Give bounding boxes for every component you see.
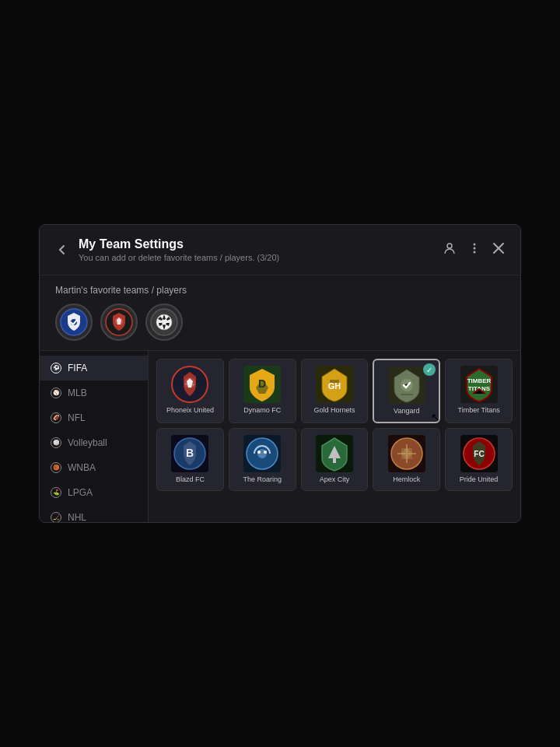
team-logo-pride-united: FC [460,435,498,472]
team-card-vangard[interactable]: ✓ Vangard ↖ [373,359,440,423]
favorites-label: Martin's favorite teams / players [55,285,505,296]
sidebar-item-fifa[interactable]: ⚽ FIFA [40,356,148,381]
back-button[interactable] [55,243,69,257]
sidebar-label-nfl: NFL [68,412,86,423]
wnba-icon: 🏀 [51,462,61,473]
header-title-block: My Team Settings You can add or delete f… [79,237,443,262]
team-settings-modal: My Team Settings You can add or delete f… [39,224,521,523]
selected-checkmark: ✓ [423,363,436,376]
sport-sidebar: ⚽ FIFA ⚾ MLB 🏈 NFL 🏐 Volleyball 🏀 WNBA ⛳ [40,351,149,522]
close-icon[interactable] [492,242,505,258]
fifa-icon: ⚽ [51,363,61,374]
team-card-gold-hornets[interactable]: GH Gold Hornets [301,359,369,423]
svg-point-1 [474,244,476,246]
team-name-timber-titans: Timber Titans [458,406,500,415]
team-card-apex-city[interactable]: Apex City [301,428,369,491]
team-name-phoneix-united: Phoneix United [166,406,214,415]
team-name-pride-united: Pride United [460,475,499,484]
team-name-vangard: Vangard [394,407,419,416]
sidebar-label-lpga: LPGA [68,487,93,498]
page-subtitle: You can add or delete favorite teams / p… [79,253,443,262]
team-logo-the-roaring [243,435,281,472]
team-logo-phoneix-united [171,366,208,403]
sidebar-item-wnba[interactable]: 🏀 WNBA [40,455,148,480]
volleyball-icon: 🏐 [51,437,61,448]
mlb-icon: ⚾ [51,388,61,398]
favorite-team-3[interactable] [145,303,183,341]
teams-grid: Phoneix United D Dynamo FC [156,359,513,491]
svg-point-34 [264,451,267,454]
sidebar-item-mlb[interactable]: ⚾ MLB [40,381,148,405]
svg-text:TIMBER: TIMBER [467,377,491,384]
team-logo-blazd-fc: B [171,435,208,472]
team-card-blazd-fc[interactable]: B Blazd FC [156,428,224,491]
team-card-timber-titans[interactable]: TIMBER TITANS Timber Titans [445,359,513,423]
sidebar-label-wnba: WNBA [68,462,96,473]
more-options-icon[interactable] [467,241,481,258]
svg-text:B: B [186,447,194,459]
team-name-dynamo-fc: Dynamo FC [243,406,281,415]
page-title: My Team Settings [79,237,443,251]
sidebar-item-volleyball[interactable]: 🏐 Volleyball [40,430,148,455]
team-logo-apex-city [316,435,353,472]
svg-point-3 [474,251,476,254]
sidebar-item-nhl[interactable]: 🏒 NHL [40,505,148,522]
team-name-the-roaring: The Roaring [243,475,282,484]
nhl-icon: 🏒 [51,512,61,522]
favorite-team-2[interactable] [100,303,138,341]
sidebar-label-nhl: NHL [68,512,86,522]
team-name-blazd-fc: Blazd FC [176,475,205,484]
modal-header: My Team Settings You can add or delete f… [40,225,520,275]
sidebar-item-nfl[interactable]: 🏈 NFL [40,405,148,430]
svg-point-2 [474,247,476,250]
cursor-indicator: ↖ [431,411,440,423]
svg-point-38 [402,449,411,458]
team-logo-vangard [388,366,425,404]
team-logo-dynamo-fc: D [243,366,281,403]
nfl-icon: 🏈 [51,412,61,423]
team-name-apex-city: Apex City [320,475,350,484]
team-logo-timber-titans: TIMBER TITANS [460,366,498,403]
header-actions [443,241,505,258]
favorites-list [55,303,505,341]
favorites-section: Martin's favorite teams / players [40,275,520,351]
sidebar-label-mlb: MLB [68,388,87,398]
svg-point-32 [257,449,267,458]
sidebar-label-volleyball: Volleyball [68,437,107,448]
team-card-pride-united[interactable]: FC Pride United [445,428,513,491]
svg-point-0 [447,244,452,248]
sidebar-label-fifa: FIFA [68,363,87,374]
team-card-dynamo-fc[interactable]: D Dynamo FC [229,359,296,423]
svg-text:FC: FC [474,450,484,458]
team-logo-gold-hornets: GH [316,366,353,403]
sidebar-item-lpga[interactable]: ⛳ LPGA [40,480,148,505]
content-area: ⚽ FIFA ⚾ MLB 🏈 NFL 🏐 Volleyball 🏀 WNBA ⛳ [40,351,520,522]
user-icon[interactable] [443,241,457,258]
svg-point-33 [257,451,261,454]
lpga-icon: ⛳ [51,487,61,498]
team-name-gold-hornets: Gold Hornets [313,406,355,415]
team-name-hemlock: Hemlock [393,475,420,484]
favorite-team-1[interactable] [55,303,93,341]
team-card-the-roaring[interactable]: The Roaring [229,428,296,491]
team-logo-hemlock [388,435,425,472]
team-card-phoneix-united[interactable]: Phoneix United [156,359,224,423]
teams-grid-container: Phoneix United D Dynamo FC [149,351,520,522]
team-card-hemlock[interactable]: Hemlock [373,428,440,491]
